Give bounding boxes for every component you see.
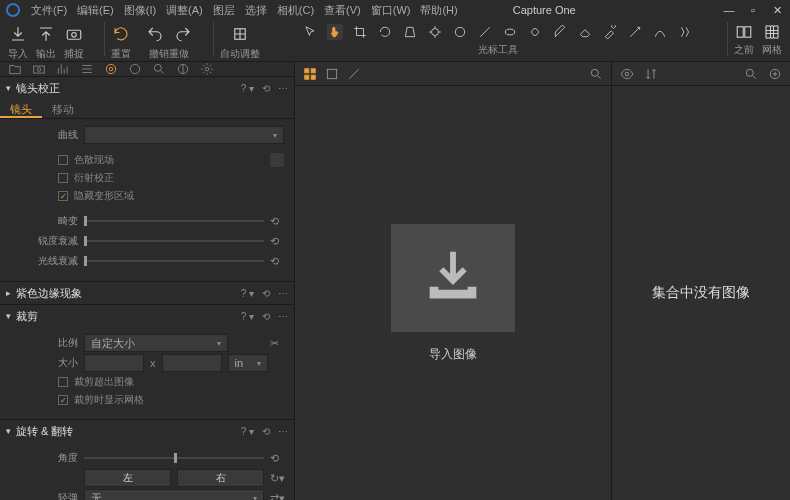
- tab-lens-icon[interactable]: [104, 62, 118, 76]
- help-icon[interactable]: ? ▾: [241, 83, 254, 94]
- menu-section-icon[interactable]: ⋯: [278, 426, 288, 437]
- reset-section-icon[interactable]: ⟲: [262, 83, 270, 94]
- analyze-icon[interactable]: [270, 153, 284, 167]
- tab-histogram-icon[interactable]: [56, 62, 70, 76]
- capture-icon[interactable]: [64, 24, 84, 44]
- menu-section-icon[interactable]: ⋯: [278, 288, 288, 299]
- reset-icon[interactable]: ⟲: [270, 452, 284, 465]
- tab-adjust-icon[interactable]: [176, 62, 190, 76]
- autoadjust-icon[interactable]: [230, 24, 250, 44]
- cursor-pointer-icon[interactable]: [302, 24, 318, 40]
- reset-icon[interactable]: [111, 24, 131, 44]
- chk-outside[interactable]: [58, 377, 68, 387]
- reset-section-icon[interactable]: ⟲: [262, 288, 270, 299]
- menu-view[interactable]: 查看(V): [319, 3, 366, 18]
- visibility-icon[interactable]: [620, 67, 634, 81]
- zoom-browser-icon[interactable]: [768, 67, 782, 81]
- cursor-mask-icon[interactable]: [452, 24, 468, 40]
- menu-layers[interactable]: 图层: [208, 3, 240, 18]
- cursor-crop-icon[interactable]: [352, 24, 368, 40]
- lightfall-slider[interactable]: [84, 260, 264, 262]
- menu-select[interactable]: 选择: [240, 3, 272, 18]
- collapse-icon[interactable]: ▾: [6, 311, 16, 321]
- height-input[interactable]: [162, 354, 222, 372]
- cursor-picker-icon[interactable]: [602, 24, 618, 40]
- tab-color-icon[interactable]: [128, 62, 142, 76]
- unit-dropdown[interactable]: in▾: [228, 354, 268, 372]
- menu-section-icon[interactable]: ⋯: [278, 83, 288, 94]
- view-grid-icon[interactable]: [303, 67, 317, 81]
- menu-section-icon[interactable]: ⋯: [278, 311, 288, 322]
- cursor-wb-icon[interactable]: [627, 24, 643, 40]
- cursor-annotate-icon[interactable]: [652, 24, 668, 40]
- angle-slider[interactable]: [84, 457, 264, 459]
- crop-tool-icon[interactable]: ✂: [270, 337, 284, 350]
- rotate-left-button[interactable]: 左: [84, 469, 171, 487]
- help-icon[interactable]: ? ▾: [241, 311, 254, 322]
- grid-toggle-icon[interactable]: [762, 22, 782, 42]
- tab-library-icon[interactable]: [8, 62, 22, 76]
- grid-label: 网格: [762, 43, 782, 57]
- subtab-move[interactable]: 移动: [42, 99, 84, 118]
- subtab-lens[interactable]: 镜头: [0, 99, 42, 118]
- cursor-rotate-icon[interactable]: [377, 24, 393, 40]
- chk-chromatic[interactable]: [58, 155, 68, 165]
- tab-exposure-icon[interactable]: [80, 62, 94, 76]
- menu-image[interactable]: 图像(I): [119, 3, 161, 18]
- cursor-zoom-icon[interactable]: [677, 24, 693, 40]
- redo-icon[interactable]: [173, 24, 193, 44]
- collapse-icon[interactable]: ▾: [6, 426, 16, 436]
- reset-icon[interactable]: ⟲: [270, 215, 284, 228]
- undo-icon[interactable]: [145, 24, 165, 44]
- flip-icon[interactable]: ⇄▾: [270, 492, 284, 501]
- export-icon[interactable]: [36, 24, 56, 44]
- menu-help[interactable]: 帮助(H): [415, 3, 462, 18]
- menu-adjust[interactable]: 调整(A): [161, 3, 208, 18]
- cursor-radial-icon[interactable]: [502, 24, 518, 40]
- chk-diffraction[interactable]: [58, 173, 68, 183]
- ratio-dropdown[interactable]: 自定大小▾: [84, 334, 228, 352]
- collapse-icon[interactable]: ▾: [6, 83, 16, 93]
- straighten-icon[interactable]: ↻▾: [270, 472, 284, 485]
- width-input[interactable]: [84, 354, 144, 372]
- before-after-icon[interactable]: [734, 22, 754, 42]
- import-icon[interactable]: [8, 24, 28, 44]
- menu-edit[interactable]: 编辑(E): [72, 3, 119, 18]
- menu-camera[interactable]: 相机(C): [272, 3, 319, 18]
- menu-window[interactable]: 窗口(W): [366, 3, 416, 18]
- curve-dropdown[interactable]: ▾: [84, 126, 284, 144]
- distortion-slider[interactable]: [84, 220, 264, 222]
- cursor-keystone-icon[interactable]: [402, 24, 418, 40]
- sort-icon[interactable]: [644, 67, 658, 81]
- snap-dropdown[interactable]: 无▾: [84, 489, 264, 500]
- tab-details-icon[interactable]: [152, 62, 166, 76]
- reset-section-icon[interactable]: ⟲: [262, 311, 270, 322]
- cursor-spot-icon[interactable]: [427, 24, 443, 40]
- view-single-icon[interactable]: [325, 67, 339, 81]
- cursor-gradient-icon[interactable]: [477, 24, 493, 40]
- cursor-heal-icon[interactable]: [527, 24, 543, 40]
- maximize-button[interactable]: ▫: [746, 4, 760, 16]
- close-button[interactable]: ✕: [770, 4, 784, 17]
- reset-icon[interactable]: ⟲: [270, 235, 284, 248]
- reset-section-icon[interactable]: ⟲: [262, 426, 270, 437]
- cursor-brush-icon[interactable]: [552, 24, 568, 40]
- cursor-hand-icon[interactable]: [327, 24, 343, 40]
- sharpfall-slider[interactable]: [84, 240, 264, 242]
- search-browser-icon[interactable]: [744, 67, 758, 81]
- help-icon[interactable]: ? ▾: [241, 426, 254, 437]
- chk-hidedeform[interactable]: [58, 191, 68, 201]
- chk-showgrid[interactable]: [58, 395, 68, 405]
- tab-capture-icon[interactable]: [32, 62, 46, 76]
- menu-file[interactable]: 文件(F): [26, 3, 72, 18]
- minimize-button[interactable]: —: [722, 4, 736, 16]
- help-icon[interactable]: ? ▾: [241, 288, 254, 299]
- rotate-right-button[interactable]: 右: [177, 469, 264, 487]
- search-icon[interactable]: [589, 67, 603, 81]
- collapse-icon[interactable]: ▸: [6, 288, 16, 298]
- cursor-erase-icon[interactable]: [577, 24, 593, 40]
- import-drop-zone[interactable]: [391, 224, 515, 332]
- reset-icon[interactable]: ⟲: [270, 255, 284, 268]
- view-annotate-icon[interactable]: [347, 67, 361, 81]
- tab-meta-icon[interactable]: [200, 62, 214, 76]
